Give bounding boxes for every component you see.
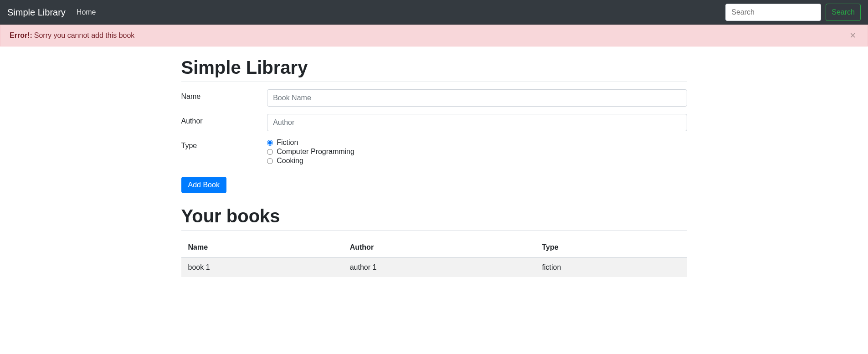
books-table: Name Author Type book 1author 1fiction — [181, 238, 687, 277]
book-name-input[interactable] — [267, 89, 687, 107]
table-row: book 1author 1fiction — [181, 257, 687, 277]
name-label: Name — [181, 89, 267, 101]
type-label: Type — [181, 139, 267, 150]
add-book-form: Name Author Type FictionComputer Program… — [181, 89, 687, 193]
close-icon: × — [850, 30, 856, 41]
table-cell-type: fiction — [535, 257, 687, 277]
alert-strong: Error!: — [10, 31, 32, 40]
type-radio-item[interactable]: Fiction — [267, 139, 687, 147]
main-container: Simple Library Name Author Type FictionC… — [175, 57, 694, 277]
navbar: Simple Library Home Search — [0, 0, 868, 25]
books-section-title: Your books — [181, 206, 687, 226]
nav-link-home[interactable]: Home — [77, 8, 96, 16]
type-radio[interactable] — [267, 158, 273, 164]
type-radio-item[interactable]: Computer Programming — [267, 148, 687, 156]
add-book-button[interactable]: Add Book — [181, 177, 226, 193]
table-header-author: Author — [343, 238, 535, 257]
table-cell-author: author 1 — [343, 257, 535, 277]
search-input[interactable] — [725, 4, 821, 21]
table-header-type: Type — [535, 238, 687, 257]
type-radio-label: Fiction — [277, 139, 298, 147]
type-radio-item[interactable]: Cooking — [267, 157, 687, 165]
type-radio[interactable] — [267, 140, 273, 146]
table-header-name: Name — [181, 238, 343, 257]
type-radio[interactable] — [267, 149, 273, 155]
type-radio-label: Computer Programming — [277, 148, 354, 156]
alert-message: Sorry you cannot add this book — [34, 31, 135, 40]
page-title: Simple Library — [181, 57, 687, 78]
type-radio-label: Cooking — [277, 157, 303, 165]
author-label: Author — [181, 114, 267, 125]
brand[interactable]: Simple Library — [7, 7, 66, 18]
author-input[interactable] — [267, 114, 687, 131]
error-alert: Error!: Sorry you cannot add this book × — [0, 25, 868, 46]
alert-close-button[interactable]: × — [847, 31, 858, 41]
search-button[interactable]: Search — [826, 4, 861, 21]
table-cell-name: book 1 — [181, 257, 343, 277]
